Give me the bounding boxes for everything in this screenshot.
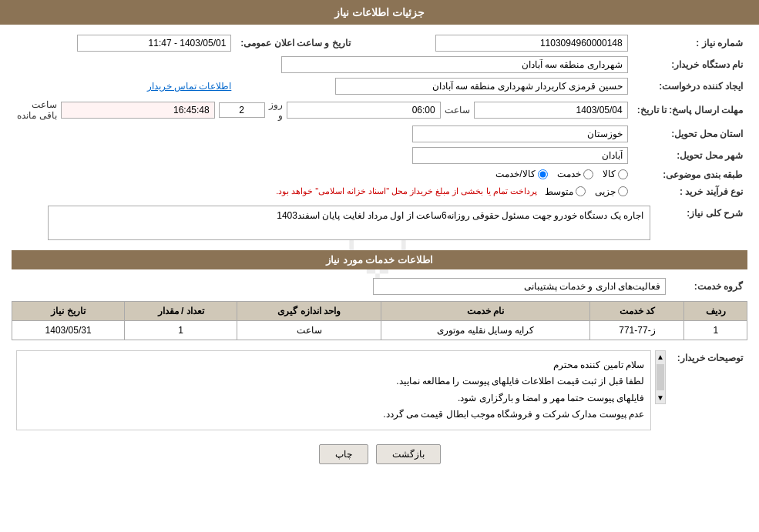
need-number-input[interactable] bbox=[435, 35, 628, 52]
category-option-kala[interactable]: کالا bbox=[603, 169, 628, 179]
col-date: تاریخ نیاز bbox=[12, 301, 125, 320]
category-radio-group: کالا خدمت کالا/خدمت bbox=[495, 169, 627, 179]
purchase-type-label: نوع فرآیند خرید : bbox=[633, 184, 747, 199]
table-row: 1 ز-77-771 کرایه وسایل نقلیه موتوری ساعت… bbox=[12, 320, 747, 340]
cell-name: کرایه وسایل نقلیه موتوری bbox=[381, 320, 590, 340]
cell-quantity: 1 bbox=[125, 320, 237, 340]
buyer-note-line4: عدم پیوست مدارک شرکت و فروشگاه موجب ابطا… bbox=[23, 407, 644, 423]
buyer-note-line2: لطفا قبل از ثبت قیمت اطلاعات فایلهای پیو… bbox=[23, 373, 644, 390]
col-service-code: کد خدمت bbox=[590, 301, 684, 320]
creator-contact-link[interactable]: اطلاعات تماس خریدار bbox=[147, 81, 232, 92]
scroll-down-icon[interactable]: ▼ bbox=[655, 392, 666, 403]
response-deadline-label: مهلت ارسال پاسخ: تا تاریخ: bbox=[633, 97, 747, 123]
announcement-datetime-value bbox=[12, 32, 236, 54]
bottom-buttons: بازگشت چاپ bbox=[12, 433, 747, 476]
cell-date: 1403/05/31 bbox=[12, 320, 125, 340]
scroll-up-icon[interactable]: ▲ bbox=[655, 351, 666, 363]
purchase-type-motavasset[interactable]: متوسط bbox=[545, 186, 586, 197]
buyer-name-label: نام دستگاه خریدار: bbox=[633, 54, 747, 75]
page-header: جزئیات اطلاعات نیاز bbox=[0, 0, 759, 25]
need-number-value bbox=[355, 32, 633, 54]
response-date-input bbox=[474, 102, 628, 119]
print-button[interactable]: چاپ bbox=[319, 444, 368, 464]
services-table: ردیف کد خدمت نام خدمت واحد اندازه گیری ت… bbox=[12, 301, 747, 340]
buyer-note-line3: فایلهای پیوست حتما مهر و امضا و بارگزاری… bbox=[23, 390, 644, 407]
time-label: ساعت bbox=[445, 105, 470, 115]
cell-unit: ساعت bbox=[237, 320, 381, 340]
announcement-datetime-label: تاریخ و ساعت اعلان عمومی: bbox=[236, 32, 354, 54]
col-service-name: نام خدمت bbox=[381, 301, 590, 320]
purchase-type-note: پرداخت تمام یا بخشی از مبلغ خریداز محل "… bbox=[276, 186, 537, 196]
response-time-input bbox=[287, 102, 441, 119]
purchase-type-radio-group: جزیی متوسط bbox=[545, 186, 628, 197]
service-group-input bbox=[373, 278, 666, 295]
cell-code: ز-77-771 bbox=[590, 320, 684, 340]
buyer-notes-label: توصیحات خریدار: bbox=[670, 348, 747, 433]
service-group-label: گروه خدمت: bbox=[670, 276, 747, 297]
category-label: طبقه بندی موضوعی: bbox=[633, 166, 747, 184]
need-description-label: شرح کلی نیاز: bbox=[655, 203, 747, 243]
services-section-title: اطلاعات خدمات مورد نیاز bbox=[12, 250, 747, 269]
cell-row: 1 bbox=[684, 320, 747, 340]
province-input bbox=[412, 125, 628, 142]
category-option-kala-khedmat[interactable]: کالا/خدمت bbox=[495, 169, 547, 179]
remaining-label: ساعت باقی مانده bbox=[16, 99, 57, 121]
category-option-khedmat[interactable]: خدمت bbox=[557, 169, 593, 179]
creator-label: ایجاد کننده درخواست: bbox=[633, 75, 747, 97]
day-label: روز و bbox=[269, 99, 283, 121]
response-remaining-input bbox=[61, 102, 215, 119]
col-unit: واحد اندازه گیری bbox=[237, 301, 381, 320]
buyer-notes-area: ▲ ▼ سلام تامین کننده محترم لطفا قبل از ث… bbox=[16, 350, 666, 430]
city-label: شهر محل تحویل: bbox=[633, 145, 747, 166]
back-button[interactable]: بازگشت bbox=[376, 444, 441, 464]
province-label: استان محل تحویل: bbox=[633, 123, 747, 145]
need-number-label: شماره نیاز : bbox=[633, 32, 747, 54]
buyer-notes-content: سلام تامین کننده محترم لطفا قبل از ثبت ق… bbox=[16, 350, 651, 430]
buyer-name-input bbox=[281, 56, 628, 73]
response-days-input bbox=[219, 102, 265, 118]
col-quantity: تعداد / مقدار bbox=[125, 301, 237, 320]
purchase-type-jozi[interactable]: جزیی bbox=[595, 186, 628, 197]
creator-input bbox=[335, 78, 628, 95]
need-description-box: اجاره یک دستگاه خودرو جهت مسئول حقوقی رو… bbox=[48, 206, 650, 240]
city-input bbox=[412, 147, 628, 164]
buyer-note-line1: سلام تامین کننده محترم bbox=[23, 357, 644, 374]
announcement-datetime-input bbox=[77, 35, 231, 52]
col-row: ردیف bbox=[684, 301, 747, 320]
scrollbar[interactable]: ▲ ▼ bbox=[655, 350, 666, 404]
